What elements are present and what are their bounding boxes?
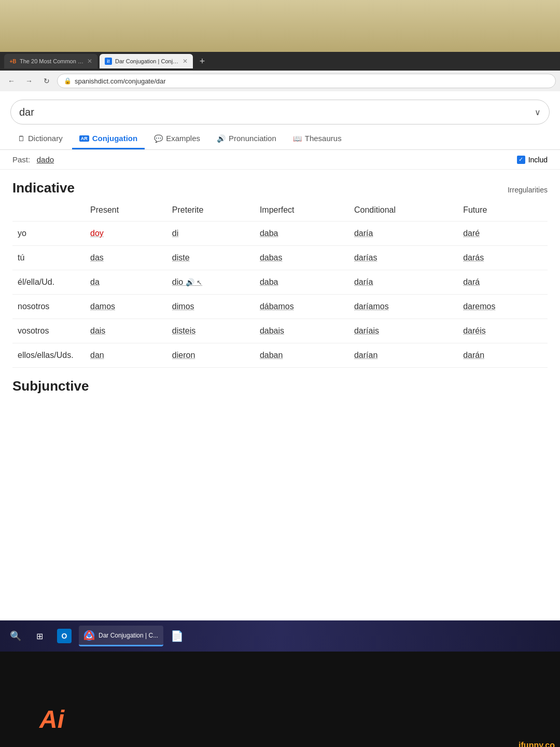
imperfect-cell[interactable]: dábamos — [255, 295, 349, 319]
col-header-subject — [12, 201, 85, 222]
preterite-cell[interactable]: diste — [167, 246, 255, 270]
tab2-favicon: i! — [105, 58, 112, 65]
tab-examples[interactable]: 💬 Examples — [147, 129, 207, 149]
ifunny-watermark: ifunny.co — [519, 741, 555, 747]
subject-cell: yo — [12, 222, 85, 246]
nav-tabs: 🗒 Dictionary AR Conjugation 💬 Examples 🔊… — [0, 129, 560, 150]
lock-icon: 🔒 — [64, 77, 72, 85]
subject-cell: ellos/ellas/Uds. — [12, 343, 85, 368]
conditional-cell[interactable]: darías — [349, 246, 458, 270]
col-header-present: Present — [85, 201, 167, 222]
indicative-header: Indicative Irregularities — [12, 170, 548, 201]
main-content: Indicative Irregularities Present Preter… — [0, 170, 560, 396]
taskbar-taskview-button[interactable]: ⊞ — [29, 626, 50, 646]
present-cell[interactable]: dais — [85, 319, 167, 343]
conditional-cell[interactable]: daríamos — [349, 295, 458, 319]
back-button[interactable]: ← — [4, 74, 19, 88]
top-bezel — [0, 0, 560, 52]
present-cell[interactable]: da — [85, 270, 167, 295]
chrome-app-icon — [84, 630, 94, 641]
chrome-app-label: Dar Conjugation | C... — [99, 632, 158, 639]
future-cell[interactable]: darán — [458, 343, 548, 368]
future-cell[interactable]: dará — [458, 270, 548, 295]
taskbar-chrome-app[interactable]: Dar Conjugation | C... — [79, 626, 163, 646]
irregularities-label: Irregularities — [508, 186, 548, 194]
preterite-cell[interactable]: dio 🔊 ↖ — [167, 270, 255, 295]
url-text: spanishdict.com/conjugate/dar — [75, 77, 166, 85]
present-cell[interactable]: damos — [85, 295, 167, 319]
conjugation-label: Conjugation — [92, 134, 137, 143]
file-icon: 📄 — [171, 630, 184, 642]
search-box[interactable]: dar ∨ — [10, 100, 550, 125]
ai-text: Ai — [39, 705, 64, 734]
past-label: Past: — [12, 155, 30, 164]
examples-icon: 💬 — [154, 134, 163, 143]
col-header-preterite: Preterite — [167, 201, 255, 222]
thesaurus-icon: 📖 — [293, 134, 302, 143]
tab1-close[interactable]: ✕ — [87, 58, 92, 65]
present-cell[interactable]: dan — [85, 343, 167, 368]
imperfect-cell[interactable]: dabais — [255, 319, 349, 343]
forward-button[interactable]: → — [22, 74, 36, 88]
tab-dictionary[interactable]: 🗒 Dictionary — [10, 129, 70, 149]
present-cell[interactable]: das — [85, 246, 167, 270]
conditional-cell[interactable]: daría — [349, 270, 458, 295]
nav-bar: ← → ↻ 🔒 spanishdict.com/conjugate/dar — [0, 71, 560, 91]
search-dropdown-icon[interactable]: ∨ — [535, 107, 541, 117]
thesaurus-label: Thesaurus — [305, 134, 342, 143]
conditional-cell[interactable]: darían — [349, 343, 458, 368]
subject-cell: nosotros — [12, 295, 85, 319]
preterite-cell[interactable]: dimos — [167, 295, 255, 319]
tab1-label: The 20 Most Common Spanish V — [20, 58, 84, 64]
imperfect-cell[interactable]: daba — [255, 270, 349, 295]
search-container: dar ∨ — [0, 91, 560, 125]
subject-cell: él/ella/Ud. — [12, 270, 85, 295]
past-value[interactable]: dado — [37, 155, 54, 164]
audio-icon[interactable]: 🔊 — [186, 278, 194, 286]
past-label-group: Past: dado — [12, 155, 54, 164]
tab2-close[interactable]: ✕ — [183, 58, 188, 65]
tab-pronunciation[interactable]: 🔊 Pronunciation — [209, 129, 284, 149]
preterite-cell[interactable]: disteis — [167, 319, 255, 343]
col-header-imperfect: Imperfect — [255, 201, 349, 222]
future-cell[interactable]: darás — [458, 246, 548, 270]
table-row: túdasdistedabasdaríasdarás — [12, 246, 548, 270]
table-row: ellos/ellas/Uds.dandierondabandaríandará… — [12, 343, 548, 368]
subject-cell: tú — [12, 246, 85, 270]
tab-1[interactable]: +B The 20 Most Common Spanish V ✕ — [4, 54, 97, 68]
conditional-cell[interactable]: daríais — [349, 319, 458, 343]
preterite-cell[interactable]: di — [167, 222, 255, 246]
table-row: nosotrosdamosdimosdábamosdaríamosdaremos — [12, 295, 548, 319]
address-bar[interactable]: 🔒 spanishdict.com/conjugate/dar — [57, 74, 556, 88]
cursor-icon: ↖ — [197, 279, 202, 286]
imperfect-cell[interactable]: daba — [255, 222, 349, 246]
checkbox-checked-icon: ✓ — [517, 156, 525, 164]
preterite-cell[interactable]: dieron — [167, 343, 255, 368]
future-cell[interactable]: daremos — [458, 295, 548, 319]
reload-button[interactable]: ↻ — [39, 74, 54, 88]
conditional-cell[interactable]: daría — [349, 222, 458, 246]
taskbar-file-button[interactable]: 📄 — [167, 626, 186, 646]
taskbar-outlook-button[interactable]: O — [54, 626, 75, 646]
tab-2[interactable]: i! Dar Conjugation | Conjugate Dar ✕ — [100, 54, 193, 68]
tab2-label: Dar Conjugation | Conjugate Dar — [115, 58, 179, 64]
browser-chrome: +B The 20 Most Common Spanish V ✕ i! Dar… — [0, 52, 560, 91]
taskview-icon: ⊞ — [36, 631, 43, 641]
taskbar: 🔍 ⊞ O Dar Conjugation | C... 📄 — [0, 620, 560, 652]
pronunciation-icon: 🔊 — [217, 134, 226, 143]
browser-content: dar ∨ 🗒 Dictionary AR Conjugation 💬 Exam… — [0, 91, 560, 620]
imperfect-cell[interactable]: dabas — [255, 246, 349, 270]
table-row: vosotrosdaisdisteisdabaisdaríaisdaréis — [12, 319, 548, 343]
imperfect-cell[interactable]: daban — [255, 343, 349, 368]
new-tab-button[interactable]: + — [195, 54, 209, 68]
future-cell[interactable]: daréis — [458, 319, 548, 343]
col-header-conditional: Conditional — [349, 201, 458, 222]
subjunctive-title: Subjunctive — [12, 368, 548, 396]
taskbar-search-icon[interactable]: 🔍 — [6, 627, 25, 645]
tab-conjugation[interactable]: AR Conjugation — [72, 129, 145, 149]
include-label: Includ — [528, 156, 548, 164]
future-cell[interactable]: daré — [458, 222, 548, 246]
present-cell[interactable]: doy — [85, 222, 167, 246]
include-checkbox-group[interactable]: ✓ Includ — [517, 156, 548, 164]
tab-thesaurus[interactable]: 📖 Thesaurus — [286, 129, 349, 149]
